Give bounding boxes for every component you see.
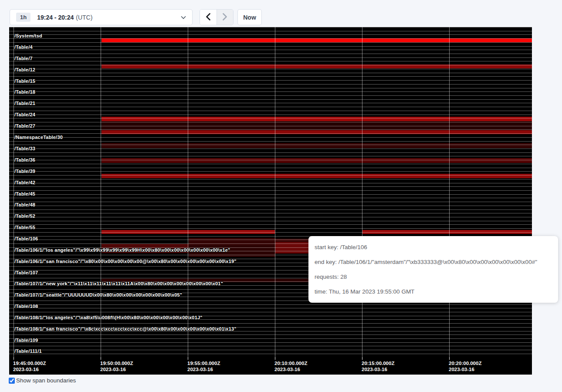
row-label: /NamespaceTable/30 [14,135,63,140]
heat-band [102,174,532,178]
row-label: /Table/7 [14,56,33,61]
heat-band [102,230,275,234]
chevron-down-icon [181,16,186,19]
row-label: /Table/55 [14,225,35,230]
row-label: /Table/12 [14,67,35,73]
heat-band [102,158,532,163]
heat-band [102,38,532,42]
heat-band [102,121,532,130]
row-label: /Table/107 [14,270,38,276]
tooltip-time: time: Thu, 16 Mar 2023 19:55:00 GMT [315,284,552,299]
row-label: /Table/15 [14,78,35,84]
row-label: /Table/18 [14,89,35,95]
x-axis: 19:45:00.000Z2023-03-1619:50:00.000Z2023… [9,357,532,375]
show-span-boundaries-checkbox[interactable] [9,378,15,384]
keyviz-heatmap[interactable]: /System/tsd/Table/4/Table/7/Table/12/Tab… [9,27,532,375]
heat-band [102,117,532,121]
row-label: /Table/111/1 [14,348,42,354]
row-label: /Table/108/1/"los angeles"/"\xa8\xf5\u00… [14,315,203,321]
range-duration-badge: 1h [16,13,30,22]
row-label: /System/tsd [14,33,42,39]
now-button[interactable]: Now [237,9,262,25]
row-label: /Table/106 [14,236,38,242]
show-span-boundaries-label: Show span boundaries [16,377,76,384]
heat-band [189,238,275,245]
time-range-selector[interactable]: 1h 19:24 - 20:24 (UTC) [10,9,193,25]
row-label: /Table/36 [14,157,35,163]
chevron-left-icon [206,13,211,22]
row-label: /Table/27 [14,123,35,129]
x-tick-label: 19:45:00.000Z2023-03-16 [13,360,46,372]
chevron-right-icon [222,13,227,22]
prev-time-button[interactable] [200,10,217,25]
tooltip-start-key: start key: /Table/106 [315,240,552,254]
x-tick-mark [188,357,188,360]
utc-label: (UTC) [76,14,92,21]
row-label: /Table/108 [14,304,38,309]
row-label: /Table/106/1/"los angeles"/"\x99\x99\x99… [14,247,230,253]
heat-band [102,130,532,134]
row-label: /Table/45 [14,191,35,197]
heat-band [275,242,308,253]
x-tick-mark [362,357,362,360]
tooltip-requests: requests: 28 [315,269,552,284]
row-label: /Table/21 [14,101,35,106]
range-text: 19:24 - 20:24 [37,14,74,21]
x-tick-mark [14,357,14,360]
row-label: /Table/108/1/"san francisco"/"\x8c\xcc\x… [14,326,237,332]
row-label: /Table/24 [14,112,35,118]
x-tick-mark [449,357,450,360]
heat-band [102,64,532,68]
time-nav-group [200,9,234,25]
row-label: /Table/39 [14,169,35,174]
heat-band [275,239,308,242]
heat-band [362,230,532,234]
x-tick-label: 19:55:00.000Z2023-03-16 [187,360,220,372]
row-label: /Table/4 [14,44,33,50]
row-label: /Table/109 [14,338,38,343]
x-tick-label: 20:20:00.000Z2023-03-16 [449,360,481,372]
x-tick-label: 19:50:00.000Z2023-03-16 [100,360,133,372]
span-boundary-grid [9,27,532,357]
tooltip-end-key: end key: /Table/106/1/"amsterdam"/"\xb33… [315,254,552,269]
row-label: /Table/106/1/"san francisco"/"\x80\x00\x… [14,259,237,264]
row-label: /Table/42 [14,180,35,186]
heatmap-rows: /System/tsd/Table/4/Table/7/Table/12/Tab… [9,27,532,357]
row-label: /Table/107/1/"new york"/"\x11\x11\x11\x1… [14,281,223,287]
row-label: /Table/107/1/"seattle"/"UUUUUUD\x00\x80\… [14,292,182,298]
x-tick-mark [101,357,101,360]
heat-band [102,143,532,148]
show-span-boundaries-toggle[interactable]: Show span boundaries [9,377,76,384]
row-label: /Table/33 [14,146,35,152]
next-time-button[interactable] [217,10,234,25]
x-tick-mark [275,357,275,360]
row-label: /Table/48 [14,202,35,208]
row-label: /Table/52 [14,213,35,219]
x-tick-label: 20:10:00.000Z2023-03-16 [274,360,307,372]
span-tooltip: start key: /Table/106 end key: /Table/10… [308,236,558,303]
x-tick-label: 20:15:00.000Z2023-03-16 [362,360,394,372]
